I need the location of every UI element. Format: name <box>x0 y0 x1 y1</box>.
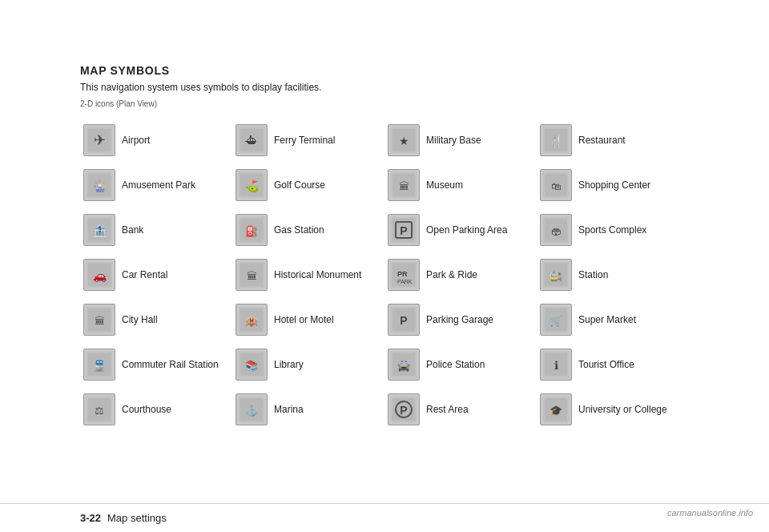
list-item: 🚗 Car Rental <box>80 252 232 297</box>
svg-text:✈: ✈ <box>94 132 106 148</box>
svg-text:🎓: 🎓 <box>550 404 563 417</box>
military-base-label: Military Base <box>426 135 481 146</box>
rest-area-icon: P <box>388 393 420 425</box>
city-hall-icon: 🏛 <box>83 304 115 336</box>
list-item: 🛍 Shopping Center <box>537 163 689 208</box>
super-market-icon: 🛒 <box>540 304 572 336</box>
svg-text:P: P <box>400 224 407 237</box>
list-item: ✈ Airport <box>80 118 232 163</box>
svg-text:⚖: ⚖ <box>95 405 104 417</box>
list-item: ★ Military Base <box>384 118 537 163</box>
svg-text:🚆: 🚆 <box>93 359 107 373</box>
park-ride-label: Park & Ride <box>426 269 477 280</box>
list-item: ⛴ Ferry Terminal <box>232 118 384 163</box>
footer-page-number: 3-22 <box>80 512 101 524</box>
list-item: ⛳ Golf Course <box>232 163 384 208</box>
svg-text:P: P <box>400 314 407 327</box>
svg-text:🛒: 🛒 <box>550 314 563 328</box>
svg-text:🏟: 🏟 <box>551 225 562 237</box>
university-icon: 🎓 <box>540 393 572 425</box>
list-item: 🎓 University or College <box>537 387 689 432</box>
list-item: 📚 Library <box>232 342 384 387</box>
subtitle: This navigation system uses symbols to d… <box>80 82 689 93</box>
list-item: 🚉 Station <box>537 252 689 297</box>
list-item: 🏛 Museum <box>384 163 537 208</box>
footer-section-label: Map settings <box>107 512 167 524</box>
golf-course-icon: ⛳ <box>236 169 268 201</box>
tourist-office-label: Tourist Office <box>578 359 634 370</box>
super-market-label: Super Market <box>578 314 636 325</box>
police-station-icon: 🚔 <box>388 349 420 381</box>
tourist-office-icon: ℹ <box>540 349 572 381</box>
parking-garage-icon: P <box>388 304 420 336</box>
watermark: carmanualsonline.info <box>667 508 753 518</box>
station-icon: 🚉 <box>540 259 572 291</box>
courthouse-label: Courthouse <box>122 404 171 415</box>
bank-icon: 🏦 <box>83 214 115 246</box>
list-item: ℹ Tourist Office <box>537 342 689 387</box>
shopping-center-label: Shopping Center <box>578 179 650 191</box>
rest-area-label: Rest Area <box>426 404 469 415</box>
historical-monument-icon: 🏛 <box>236 259 268 291</box>
list-item: 🏛 Historical Monument <box>232 252 384 297</box>
hotel-motel-icon: 🏨 <box>236 304 268 336</box>
hotel-motel-label: Hotel or Motel <box>274 314 334 325</box>
sports-complex-label: Sports Complex <box>578 224 646 236</box>
restaurant-icon: 🍴 <box>540 124 572 156</box>
section-label: 2-D icons (Plan View) <box>80 99 689 108</box>
commuter-rail-icon: 🚆 <box>83 349 115 381</box>
bank-label: Bank <box>122 224 143 236</box>
car-rental-label: Car Rental <box>122 269 167 280</box>
open-parking-area-label: Open Parking Area <box>426 224 507 236</box>
svg-text:📚: 📚 <box>245 359 259 373</box>
sports-complex-icon: 🏟 <box>540 214 572 246</box>
svg-text:PR: PR <box>397 270 408 278</box>
list-item: PRPARK Park & Ride <box>384 252 537 297</box>
amusement-park-label: Amusement Park <box>122 179 195 191</box>
ferry-terminal-label: Ferry Terminal <box>274 135 335 146</box>
amusement-park-icon: 🎡 <box>83 169 115 201</box>
commuter-rail-label: Commuter Rail Station <box>122 359 219 370</box>
svg-text:⛽: ⛽ <box>245 224 259 238</box>
city-hall-label: City Hall <box>122 314 158 325</box>
svg-text:🚉: 🚉 <box>550 269 563 283</box>
svg-text:⛴: ⛴ <box>245 134 258 147</box>
svg-text:🚗: 🚗 <box>93 269 107 283</box>
list-item: 🍴 Restaurant <box>537 118 689 163</box>
svg-text:🏨: 🏨 <box>245 314 259 328</box>
list-item: ⚓ Marina <box>232 387 384 432</box>
list-item: 🛒 Super Market <box>537 297 689 342</box>
svg-text:⚓: ⚓ <box>245 404 259 417</box>
airport-icon: ✈ <box>83 124 115 156</box>
list-item: ⛽ Gas Station <box>232 208 384 252</box>
page-title: MAP SYMBOLS <box>80 64 689 77</box>
gas-station-label: Gas Station <box>274 224 324 236</box>
svg-text:🛍: 🛍 <box>551 180 562 192</box>
station-label: Station <box>578 269 608 280</box>
svg-text:🏛: 🏛 <box>399 180 409 192</box>
gas-station-icon: ⛽ <box>236 214 268 246</box>
icons-grid: ✈ Airport ⛴ Ferry Terminal ★ Military Ba… <box>80 118 689 432</box>
marina-label: Marina <box>274 404 304 415</box>
police-station-label: Police Station <box>426 359 485 370</box>
list-item: P Rest Area <box>384 387 537 432</box>
list-item: ⚖ Courthouse <box>80 387 232 432</box>
museum-label: Museum <box>426 179 463 191</box>
svg-text:PARK: PARK <box>397 279 413 284</box>
library-icon: 📚 <box>236 349 268 381</box>
svg-text:⛳: ⛳ <box>245 179 260 193</box>
marina-icon: ⚓ <box>236 393 268 425</box>
ferry-terminal-icon: ⛴ <box>236 124 268 156</box>
parking-garage-label: Parking Garage <box>426 314 493 325</box>
restaurant-label: Restaurant <box>578 135 626 146</box>
svg-text:🏦: 🏦 <box>93 224 107 238</box>
footer: 3-22 Map settings <box>0 503 769 532</box>
historical-monument-label: Historical Monument <box>274 269 361 280</box>
military-base-icon: ★ <box>388 124 420 156</box>
svg-text:ℹ: ℹ <box>554 359 558 372</box>
list-item: 🏨 Hotel or Motel <box>232 297 384 342</box>
svg-text:🏛: 🏛 <box>95 315 105 327</box>
list-item: 🏟 Sports Complex <box>537 208 689 252</box>
svg-text:🏛: 🏛 <box>247 270 257 282</box>
shopping-center-icon: 🛍 <box>540 169 572 201</box>
